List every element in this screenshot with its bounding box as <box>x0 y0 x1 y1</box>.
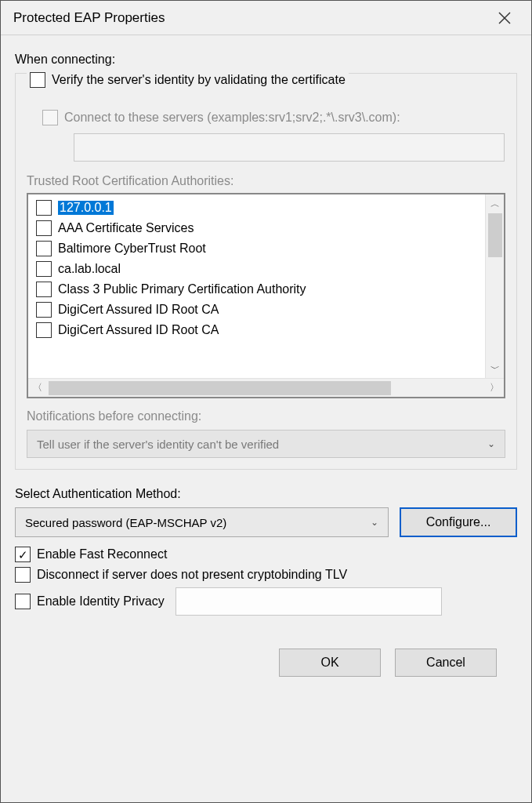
verify-server-checkbox[interactable] <box>30 72 45 88</box>
trusted-ca-label: Trusted Root Certification Authorities: <box>27 174 505 188</box>
fast-reconnect-row[interactable]: Enable Fast Reconnect <box>15 547 517 562</box>
dialog-body: When connecting: Verify the server's ide… <box>1 35 531 688</box>
ca-item-checkbox[interactable] <box>36 261 52 277</box>
list-item[interactable]: DigiCert Assured ID Root CA <box>28 320 485 340</box>
ca-item-label: ca.lab.local <box>58 262 121 276</box>
ca-item-label: Class 3 Public Primary Certification Aut… <box>58 282 306 296</box>
scroll-left-icon[interactable]: 〈 <box>28 379 47 398</box>
dialog-footer: OK Cancel <box>15 634 517 677</box>
close-button[interactable] <box>489 2 520 34</box>
scroll-down-icon[interactable]: ﹀ <box>486 359 504 378</box>
ca-item-label: AAA Certificate Services <box>58 221 194 235</box>
auth-method-label: Select Authentication Method: <box>15 487 517 501</box>
list-item[interactable]: AAA Certificate Services <box>28 218 485 238</box>
window-title: Protected EAP Properties <box>13 10 165 26</box>
ca-item-label: DigiCert Assured ID Root CA <box>58 323 219 337</box>
notifications-value: Tell user if the server's identity can't… <box>37 438 279 451</box>
vertical-scrollbar[interactable]: ︿ ﹀ <box>485 194 504 378</box>
ca-item-checkbox[interactable] <box>36 302 52 318</box>
connect-servers-row: Connect to these servers (examples:srv1;… <box>42 110 505 125</box>
trusted-ca-items: 127.0.0.1 AAA Certificate Services Balti… <box>28 194 485 378</box>
scroll-thumb[interactable] <box>49 381 391 395</box>
connect-servers-checkbox <box>42 110 58 125</box>
trusted-ca-listbox[interactable]: 127.0.0.1 AAA Certificate Services Balti… <box>27 193 505 398</box>
disconnect-crypto-checkbox[interactable] <box>15 567 31 583</box>
identity-privacy-checkbox[interactable] <box>15 594 31 609</box>
verify-server-label: Verify the server's identity by validati… <box>52 73 346 87</box>
chevron-down-icon: ⌄ <box>371 517 378 528</box>
ca-item-label: DigiCert Assured ID Root CA <box>58 303 219 317</box>
ca-item-checkbox[interactable] <box>36 241 52 256</box>
list-item[interactable]: ca.lab.local <box>28 259 485 279</box>
scroll-right-icon[interactable]: 〉 <box>485 379 504 398</box>
ca-item-checkbox[interactable] <box>36 282 52 297</box>
ca-item-checkbox[interactable] <box>36 220 52 236</box>
list-item[interactable]: 127.0.0.1 <box>28 198 485 218</box>
disconnect-crypto-label: Disconnect if server does not present cr… <box>37 568 347 582</box>
list-item[interactable]: Class 3 Public Primary Certification Aut… <box>28 279 485 300</box>
when-connecting-label: When connecting: <box>15 53 517 67</box>
configure-button[interactable]: Configure... <box>400 507 517 537</box>
disconnect-crypto-row[interactable]: Disconnect if server does not present cr… <box>15 567 517 583</box>
ca-item-label: Baltimore CyberTrust Root <box>58 242 206 256</box>
notifications-dropdown: Tell user if the server's identity can't… <box>27 430 505 458</box>
connecting-groupbox: Verify the server's identity by validati… <box>15 73 517 470</box>
list-item[interactable]: Baltimore CyberTrust Root <box>28 238 485 259</box>
identity-privacy-label: Enable Identity Privacy <box>37 594 165 609</box>
ok-button[interactable]: OK <box>279 649 381 677</box>
auth-method-value: Secured password (EAP-MSCHAP v2) <box>25 516 226 529</box>
fast-reconnect-checkbox[interactable] <box>15 547 31 562</box>
chevron-down-icon: ⌄ <box>487 438 495 449</box>
scroll-up-icon[interactable]: ︿ <box>486 194 504 213</box>
identity-privacy-input[interactable] <box>176 587 442 616</box>
identity-privacy-row[interactable]: Enable Identity Privacy <box>15 587 517 616</box>
list-item[interactable]: DigiCert Assured ID Root CA <box>28 300 485 320</box>
scroll-thumb[interactable] <box>488 213 502 257</box>
close-icon <box>498 12 511 24</box>
verify-server-row[interactable]: Verify the server's identity by validati… <box>27 72 349 88</box>
ca-item-checkbox[interactable] <box>36 200 52 216</box>
connect-servers-input <box>74 133 505 162</box>
horizontal-scrollbar[interactable]: 〈 〉 <box>28 378 504 397</box>
auth-method-dropdown[interactable]: Secured password (EAP-MSCHAP v2) ⌄ <box>15 507 389 537</box>
titlebar: Protected EAP Properties <box>1 1 531 35</box>
notifications-label: Notifications before connecting: <box>27 409 505 423</box>
cancel-button[interactable]: Cancel <box>395 649 497 677</box>
fast-reconnect-label: Enable Fast Reconnect <box>37 547 167 561</box>
ca-item-checkbox[interactable] <box>36 322 52 338</box>
ca-item-label: 127.0.0.1 <box>58 201 114 215</box>
connect-servers-label: Connect to these servers (examples:srv1;… <box>64 111 400 125</box>
